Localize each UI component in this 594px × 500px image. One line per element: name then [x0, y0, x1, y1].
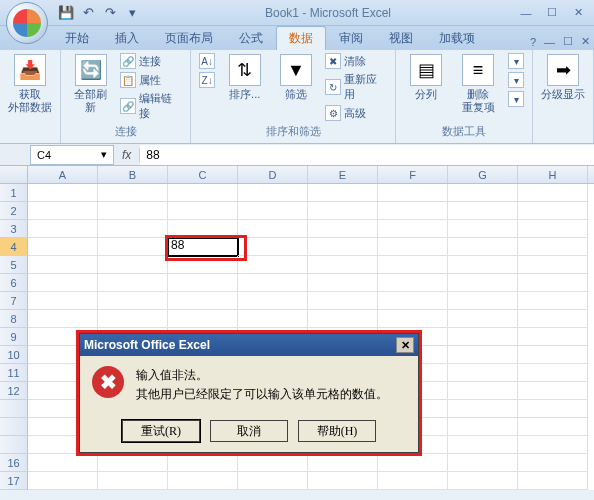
row-header[interactable]: 6 [0, 274, 28, 292]
col-header[interactable]: B [98, 166, 168, 183]
row-header[interactable]: 11 [0, 364, 28, 382]
formula-input[interactable]: 88 [140, 145, 594, 165]
group-external-data: 📥 获取 外部数据 [0, 50, 61, 143]
row-header[interactable]: 1 [0, 184, 28, 202]
row-header[interactable] [0, 418, 28, 436]
undo-icon[interactable]: ↶ [78, 3, 98, 23]
sort-desc-button[interactable]: Z↓ [197, 71, 217, 89]
filter-button[interactable]: ▼ 筛选 [272, 52, 319, 103]
row-header[interactable]: 17 [0, 472, 28, 490]
reapply-button[interactable]: ↻重新应用 [323, 71, 389, 103]
name-box[interactable]: C4▾ [30, 145, 114, 165]
tab-addin[interactable]: 加载项 [426, 26, 488, 50]
data-tools-more3-button[interactable]: ▾ [506, 90, 526, 108]
redo-icon[interactable]: ↷ [100, 3, 120, 23]
validation-error-dialog: Microsoft Office Excel ✕ ✖ 输入值非法。 其他用户已经… [79, 333, 419, 453]
col-header[interactable]: A [28, 166, 98, 183]
row-header[interactable]: 7 [0, 292, 28, 310]
tab-data[interactable]: 数据 [276, 26, 326, 50]
row-header[interactable] [0, 400, 28, 418]
fx-button[interactable]: fx [114, 148, 140, 162]
group-label: 数据工具 [402, 124, 526, 141]
row-header[interactable]: 2 [0, 202, 28, 220]
connections-button[interactable]: 🔗连接 [118, 52, 184, 70]
doc-restore-button[interactable]: ☐ [559, 33, 577, 50]
close-button[interactable]: ✕ [566, 4, 590, 22]
data-tools-more2-button[interactable]: ▾ [506, 71, 526, 89]
save-icon[interactable]: 💾 [56, 3, 76, 23]
window-controls: — ☐ ✕ [514, 4, 590, 22]
dialog-message: 输入值非法。 其他用户已经限定了可以输入该单元格的数值。 [136, 366, 388, 404]
help-button[interactable]: 帮助(H) [298, 420, 376, 442]
doc-close-button[interactable]: ✕ [577, 33, 594, 50]
text-to-columns-button[interactable]: ▤ 分列 [402, 52, 450, 103]
row-header[interactable]: 5 [0, 256, 28, 274]
col-header[interactable]: D [238, 166, 308, 183]
row-header[interactable]: 4 [0, 238, 28, 256]
dialog-close-button[interactable]: ✕ [396, 337, 414, 353]
properties-button[interactable]: 📋属性 [118, 71, 184, 89]
sort-icon: ⇅ [229, 54, 261, 86]
clear-filter-button[interactable]: ✖清除 [323, 52, 389, 70]
data-tools-more-button[interactable]: ▾ [506, 52, 526, 70]
edit-links-button[interactable]: 🔗编辑链接 [118, 90, 184, 122]
qat-dropdown-icon[interactable]: ▾ [122, 3, 142, 23]
remove-duplicates-button[interactable]: ≡ 删除 重复项 [454, 52, 502, 116]
outline-button[interactable]: ➡ 分级显示 [539, 52, 587, 103]
get-external-data-button[interactable]: 📥 获取 外部数据 [6, 52, 54, 116]
doc-minimize-button[interactable]: — [540, 34, 559, 50]
advanced-button[interactable]: ⚙高级 [323, 104, 389, 122]
edit-link-icon: 🔗 [120, 98, 136, 114]
row-header[interactable]: 10 [0, 346, 28, 364]
refresh-all-button[interactable]: 🔄 全部刷新 [67, 52, 114, 116]
ribbon-body: 📥 获取 外部数据 🔄 全部刷新 🔗连接 📋属性 🔗编辑链接 连接 A↓ Z↓ [0, 50, 594, 144]
dialog-titlebar[interactable]: Microsoft Office Excel ✕ [80, 334, 418, 356]
row-header[interactable]: 16 [0, 454, 28, 472]
link-icon: 🔗 [120, 53, 136, 69]
cell-c4[interactable]: 88 [168, 238, 238, 256]
tab-insert[interactable]: 插入 [102, 26, 152, 50]
office-button[interactable] [6, 2, 48, 44]
tab-home[interactable]: 开始 [52, 26, 102, 50]
more-icon: ▾ [508, 53, 524, 69]
remove-dup-icon: ≡ [462, 54, 494, 86]
column-headers: A B C D E F G H [0, 166, 594, 184]
row-header[interactable] [0, 436, 28, 454]
col-header[interactable]: G [448, 166, 518, 183]
row-header[interactable]: 12 [0, 382, 28, 400]
col-header[interactable]: H [518, 166, 588, 183]
columns-icon: ▤ [410, 54, 442, 86]
sort-asc-button[interactable]: A↓ [197, 52, 217, 70]
col-header[interactable]: C [168, 166, 238, 183]
cancel-button[interactable]: 取消 [210, 420, 288, 442]
row-header[interactable]: 3 [0, 220, 28, 238]
row-header[interactable]: 9 [0, 328, 28, 346]
outline-icon: ➡ [547, 54, 579, 86]
tab-view[interactable]: 视图 [376, 26, 426, 50]
row-header[interactable]: 8 [0, 310, 28, 328]
help-icon[interactable]: ? [526, 34, 540, 50]
external-data-icon: 📥 [14, 54, 46, 86]
group-data-tools: ▤ 分列 ≡ 删除 重复项 ▾ ▾ ▾ 数据工具 [396, 50, 533, 143]
formula-bar: C4▾ fx 88 [0, 144, 594, 166]
more-icon: ▾ [508, 91, 524, 107]
retry-button[interactable]: 重试(R) [122, 420, 200, 442]
col-header[interactable]: F [378, 166, 448, 183]
sort-desc-icon: Z↓ [199, 72, 215, 88]
chevron-down-icon[interactable]: ▾ [101, 148, 107, 161]
maximize-button[interactable]: ☐ [540, 4, 564, 22]
sort-button[interactable]: ⇅ 排序... [221, 52, 268, 103]
select-all-corner[interactable] [0, 166, 28, 183]
advanced-icon: ⚙ [325, 105, 341, 121]
row-headers: 1 2 3 4 5 6 7 8 9 10 11 12 16 17 [0, 184, 28, 490]
tab-review[interactable]: 审阅 [326, 26, 376, 50]
minimize-button[interactable]: — [514, 4, 538, 22]
dialog-title: Microsoft Office Excel [84, 338, 210, 352]
refresh-icon: 🔄 [75, 54, 107, 86]
col-header[interactable]: E [308, 166, 378, 183]
clear-icon: ✖ [325, 53, 341, 69]
group-label: 连接 [67, 124, 184, 141]
group-sort-filter: A↓ Z↓ ⇅ 排序... ▼ 筛选 ✖清除 ↻重新应用 ⚙高级 排序和筛选 [191, 50, 396, 143]
tab-layout[interactable]: 页面布局 [152, 26, 226, 50]
tab-formula[interactable]: 公式 [226, 26, 276, 50]
